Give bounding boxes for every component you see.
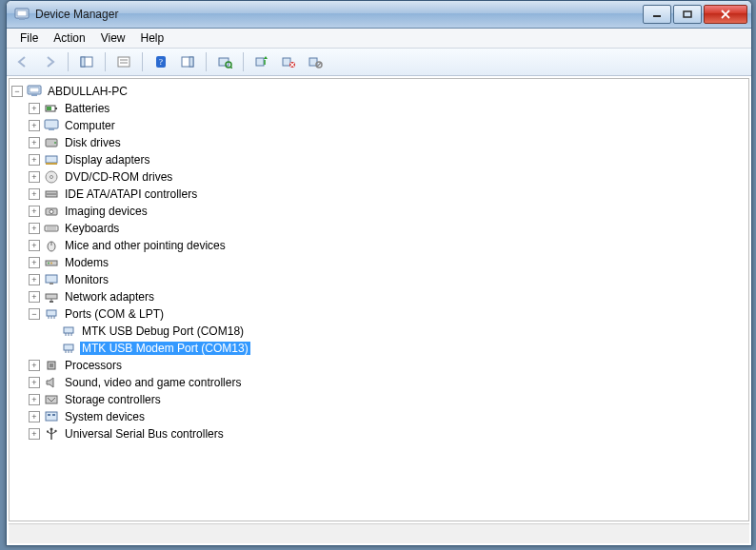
device-tree[interactable]: − ABDULLAH-PC + Batteries + Computer [9,78,749,521]
svg-rect-2 [19,18,25,20]
disable-button[interactable] [303,50,328,73]
tree-item-modems[interactable]: + Modems [29,254,746,271]
network-icon [44,289,59,304]
monitor-icon [44,272,59,287]
expand-icon[interactable]: + [29,154,40,166]
tree-item-imaging[interactable]: + Imaging devices [29,203,746,220]
dvd-icon [44,169,59,185]
svg-rect-35 [46,156,57,163]
svg-rect-56 [47,310,56,316]
menu-view[interactable]: View [93,29,133,47]
expand-icon[interactable]: + [29,411,40,422]
expand-icon[interactable]: + [29,274,40,285]
svg-rect-55 [50,301,53,303]
expand-icon[interactable]: + [29,206,40,217]
tree-item-computer[interactable]: + Computer [29,117,746,134]
tree-root-row[interactable]: − ABDULLAH-PC [11,83,746,100]
uninstall-button[interactable] [276,50,301,73]
device-manager-icon [14,7,30,22]
scan-hardware-button[interactable] [212,50,237,73]
tree-label: Sound, video and game controllers [63,376,243,389]
toolbar-separator [105,52,106,71]
port-icon [61,341,76,356]
svg-point-49 [48,263,50,265]
minimize-button[interactable] [643,5,671,24]
tree-label-selected: MTK USB Modem Port (COM13) [80,342,250,355]
tree-item-ide-ata[interactable]: + IDE ATA/ATAPI controllers [29,186,746,203]
svg-point-75 [50,428,53,431]
tree-item-monitors[interactable]: + Monitors [29,271,746,288]
tree-label: Batteries [63,102,111,115]
tree-item-disk-drives[interactable]: + Disk drives [29,134,746,151]
close-button[interactable] [704,5,747,24]
svg-rect-70 [46,396,57,403]
tree-item-dvd-cd[interactable]: + DVD/CD-ROM drives [29,168,746,186]
tree-item-port-debug[interactable]: MTK USB Debug Port (COM18) [46,323,746,340]
expand-icon[interactable]: + [29,223,40,234]
tree-item-network[interactable]: + Network adapters [29,288,746,305]
expand-icon[interactable]: + [29,120,40,131]
menu-action[interactable]: Action [46,29,92,47]
expand-icon[interactable]: + [29,377,40,388]
svg-point-38 [50,176,53,179]
tree-item-mice[interactable]: + Mice and other pointing devices [29,237,746,254]
svg-rect-27 [31,94,37,96]
tree-label: Ports (COM & LPT) [63,307,166,321]
svg-rect-53 [46,294,57,299]
expand-icon[interactable]: + [29,240,40,251]
expand-icon[interactable]: + [29,428,40,440]
tree-item-usb[interactable]: + Universal Serial Bus controllers [29,425,746,442]
expand-icon[interactable]: + [29,103,40,114]
expand-icon[interactable]: + [29,171,40,183]
back-button[interactable] [10,50,35,73]
tree-item-processors[interactable]: + Processors [29,357,746,374]
status-bar [9,523,749,543]
tree-item-ports[interactable]: − Ports (COM & LPT) [29,305,746,323]
tree-item-batteries[interactable]: + Batteries [29,100,746,117]
svg-rect-64 [64,344,73,350]
collapse-icon[interactable]: − [29,308,40,320]
update-driver-button[interactable] [249,50,274,73]
toolbar-separator [142,52,143,71]
storage-controller-icon [44,392,59,407]
expand-icon[interactable]: + [29,188,40,200]
tree-item-keyboards[interactable]: + Keyboards [29,220,746,237]
tree-item-display-adapters[interactable]: + Display adapters [29,151,746,168]
menu-help[interactable]: Help [133,29,172,47]
expand-icon[interactable]: + [29,394,40,405]
svg-point-50 [50,263,52,265]
action-pane-button[interactable] [175,50,200,73]
svg-rect-71 [46,412,57,421]
tree-label: MTK USB Debug Port (COM18) [80,324,246,338]
svg-rect-43 [45,226,58,231]
toolbar: ? [7,49,751,76]
tree-label: Monitors [63,273,110,286]
maximize-button[interactable] [673,5,702,24]
tree-label: Mice and other pointing devices [63,239,228,252]
menu-file[interactable]: File [12,29,46,47]
tree-item-storage[interactable]: + Storage controllers [29,391,746,408]
tree-label: System devices [63,410,147,423]
properties-button[interactable] [111,50,136,73]
computer-icon [44,118,59,133]
tree-item-sound[interactable]: + Sound, video and game controllers [29,374,746,391]
keyboard-icon [44,221,59,236]
expand-icon[interactable]: + [29,291,40,303]
collapse-icon[interactable]: − [11,86,23,97]
svg-rect-69 [50,363,53,367]
expand-icon[interactable]: + [29,360,40,371]
mouse-icon [44,238,59,253]
svg-rect-18 [283,58,290,66]
show-hide-console-button[interactable] [74,50,99,73]
menubar: File Action View Help [7,29,751,49]
port-icon [61,324,76,339]
svg-text:?: ? [159,57,163,67]
tree-item-port-modem[interactable]: MTK USB Modem Port (COM13) [46,340,746,357]
svg-rect-36 [46,163,57,165]
tree-label: Display adapters [63,153,151,167]
tree-item-system[interactable]: + System devices [29,408,746,425]
expand-icon[interactable]: + [29,137,40,148]
help-button[interactable]: ? [149,50,173,73]
expand-icon[interactable]: + [29,257,40,268]
forward-button[interactable] [37,50,62,73]
